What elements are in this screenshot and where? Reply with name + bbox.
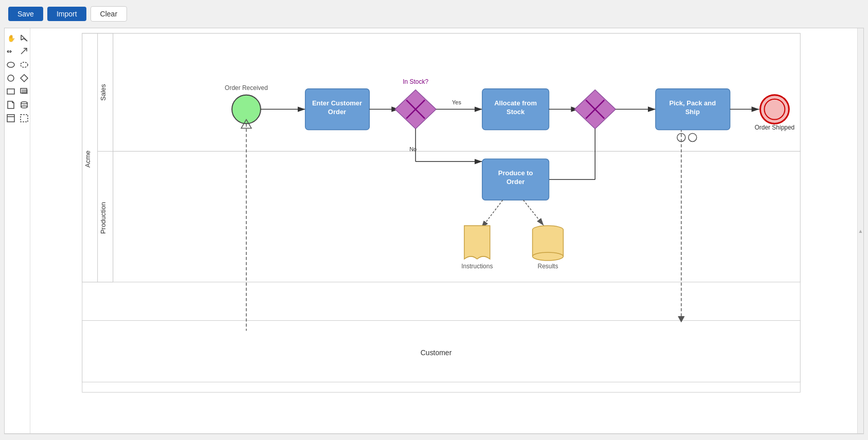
ellipse-dashed-tool[interactable] [19,59,30,70]
svg-text:⇔: ⇔ [7,48,12,55]
instructions-label: Instructions [461,263,493,270]
svg-text:Ship: Ship [685,108,700,116]
svg-rect-23 [21,115,28,122]
svg-text:Order: Order [328,108,346,116]
hand-tool[interactable]: ✋ [5,32,16,44]
canvas-area[interactable]: Sales Acme Production Customer Order Re [30,28,857,433]
svg-point-9 [8,75,14,81]
svg-point-16 [21,102,27,104]
diagram-svg: Sales Acme Production Customer Order Re [30,28,857,433]
svg-point-20 [21,106,27,108]
import-button[interactable]: Import [47,7,86,21]
svg-text:✋: ✋ [7,34,15,43]
move-tool[interactable]: ⇔ [5,46,16,57]
main-area: ✋ ⇔ [4,28,864,434]
svg-text:Order: Order [507,178,525,186]
panel-tool[interactable] [5,113,16,124]
svg-text:Enter Customer: Enter Customer [312,99,362,107]
bottom-scrollbar[interactable] [4,434,864,440]
rect-shadow-tool[interactable] [19,86,30,97]
doc-tool[interactable] [5,99,16,111]
svg-rect-21 [7,115,14,122]
svg-rect-26 [82,151,800,282]
results-label: Results [538,263,558,270]
instructions-doc[interactable] [464,226,490,259]
save-button[interactable]: Save [8,7,43,21]
yes-label: Yes [452,99,461,105]
toolbar: Save Import Clear [0,0,868,28]
ellipse-fill-tool[interactable] [5,59,16,70]
rect-tool[interactable] [5,86,16,97]
svg-point-73 [689,133,697,141]
svg-point-8 [21,62,28,67]
tool-panel: ✋ ⇔ [5,28,30,433]
diamond-tool[interactable] [19,72,30,84]
acme-label: Acme [84,151,92,168]
svg-rect-11 [7,89,14,94]
circle-tool[interactable] [5,72,16,84]
svg-line-6 [21,48,27,54]
no-label: No [409,146,417,152]
right-scrollbar[interactable]: ▲ [857,28,863,433]
customer-lane-label: Customer [421,349,452,357]
svg-point-65 [533,252,564,261]
results-cylinder[interactable] [533,226,564,261]
order-received-label: Order Received [225,84,268,91]
clear-button[interactable]: Clear [91,6,127,22]
arrow-tool[interactable] [19,46,30,57]
select-tool[interactable] [19,32,30,44]
in-stock-label: In Stock? [403,78,428,85]
svg-point-7 [7,62,14,67]
svg-text:Stock: Stock [507,108,525,116]
svg-marker-10 [21,75,28,82]
cylinder-tool[interactable] [19,99,30,111]
dashed-select-tool[interactable] [19,113,30,124]
svg-text:Produce to: Produce to [498,169,533,177]
svg-text:Pick, Pack and: Pick, Pack and [669,99,716,107]
production-label: Production [99,202,107,234]
sales-label: Sales [99,84,107,101]
svg-text:Allocate from: Allocate from [494,99,537,107]
order-shipped-label: Order Shipped [754,124,794,131]
